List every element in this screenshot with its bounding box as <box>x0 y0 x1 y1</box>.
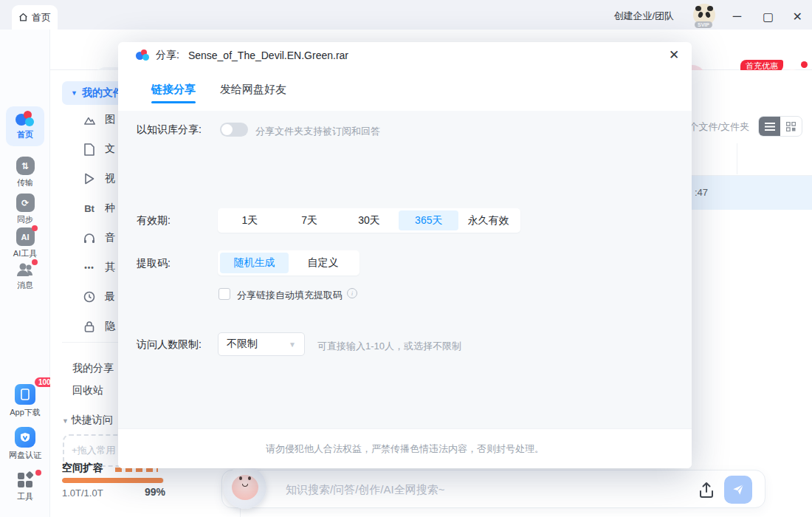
mascot-eye-right <box>248 476 251 480</box>
more-menu-red-dot <box>801 61 808 68</box>
tree-item-documents[interactable]: 文 <box>83 143 115 156</box>
chevron-down-icon: ▼ <box>289 340 296 349</box>
dialog-body: 以知识库分享: 分享文件夹支持被订阅和回答 有效期: 1天 7天 30天 365… <box>118 111 692 428</box>
ai-tools-red-dot <box>32 225 38 231</box>
list-view-icon <box>765 123 775 131</box>
validity-option-365days[interactable]: 365天 <box>399 210 458 230</box>
app-download-icon: 100G <box>15 384 35 405</box>
knowledge-share-toggle[interactable] <box>220 123 248 137</box>
netdisk-logo-icon <box>16 111 35 127</box>
tree-item-torrents[interactable]: Bt 种 <box>83 202 115 215</box>
knowledge-share-row: 以知识库分享: 分享文件夹支持被订阅和回答 <box>118 111 692 148</box>
panda-ear-left <box>695 6 701 11</box>
quick-access-section[interactable]: ▼ 快捷访问 <box>62 414 113 427</box>
panda-ear-right <box>707 6 713 11</box>
maximize-button[interactable]: ▢ <box>763 10 774 24</box>
autofill-row: 分享链接自动填充提取码 i <box>118 288 692 303</box>
column-divider <box>737 143 737 174</box>
upload-icon[interactable] <box>698 481 715 499</box>
sidebar-item-sync[interactable]: ⟳ 同步 <box>0 194 50 225</box>
panda-eye-right <box>705 11 711 18</box>
send-button[interactable] <box>724 476 752 504</box>
tab-home-label: 首页 <box>32 11 51 24</box>
tree-item-hidden-space[interactable]: 隐 <box>83 320 115 333</box>
tab-link-share[interactable]: 链接分享 <box>151 83 196 97</box>
messages-icon <box>16 261 35 278</box>
tree-item-other[interactable]: ••• 其 <box>83 261 115 274</box>
code-label: 提取码: <box>137 257 171 270</box>
dialog-close-icon[interactable]: ✕ <box>667 49 681 62</box>
caret-down-icon: ▼ <box>71 89 78 97</box>
code-option-custom[interactable]: 自定义 <box>289 253 357 273</box>
close-window-button[interactable]: ✕ <box>793 10 802 24</box>
my-files-label: 我的文件 <box>82 86 123 100</box>
tab-send-to-friend[interactable]: 发给网盘好友 <box>220 83 286 97</box>
list-view-button[interactable] <box>759 117 780 136</box>
tree-label: 最 <box>105 290 115 304</box>
picture-icon <box>83 113 96 126</box>
sidebar-label-tools: 工具 <box>0 491 50 502</box>
validity-option-permanent[interactable]: 永久有效 <box>458 210 518 230</box>
my-share-link[interactable]: 我的分享 <box>72 362 114 375</box>
file-time-fragment: :47 <box>695 187 708 198</box>
autofill-checkbox[interactable] <box>219 288 230 300</box>
sidebar-item-transfer[interactable]: ⇅ 传输 <box>0 157 50 188</box>
svip-badge: SVIP <box>695 21 712 28</box>
ai-search-placeholder[interactable]: 知识搜索/问答/创作/AI全网搜索~ <box>286 483 444 497</box>
messages-red-dot <box>32 259 38 265</box>
document-icon <box>83 143 96 156</box>
share-dialog-logo-icon <box>136 49 149 61</box>
create-team-link[interactable]: 创建企业/团队 <box>613 10 674 23</box>
code-row: 提取码: 随机生成 自定义 <box>118 248 692 278</box>
tree-label: 隐 <box>105 320 115 333</box>
space-expand-label[interactable]: 空间扩容 <box>62 462 103 475</box>
minimize-button[interactable]: ─ <box>733 10 741 23</box>
tree-item-videos[interactable]: 视 <box>83 172 115 185</box>
view-toggle[interactable] <box>758 116 802 137</box>
sync-icon: ⟳ <box>16 194 35 212</box>
tab-home[interactable]: 首页 <box>12 5 58 30</box>
limit-dropdown[interactable]: 不限制 ▼ <box>218 332 305 356</box>
recycle-bin-link[interactable]: 回收站 <box>72 384 103 397</box>
tree-label: 图 <box>105 113 115 126</box>
ai-search-bar[interactable]: 知识搜索/问答/创作/AI全网搜索~ <box>221 470 765 508</box>
share-dialog: 分享: Sense_of_The_Devil.EN.Green.rar ✕ 链接… <box>118 42 692 468</box>
tree-item-audio[interactable]: 音 <box>83 231 115 244</box>
code-option-random[interactable]: 随机生成 <box>220 253 289 273</box>
autofill-label: 分享链接自动填充提取码 <box>237 289 343 302</box>
knowledge-share-hint: 分享文件夹支持被订阅和回答 <box>255 125 380 138</box>
sidebar-item-tools[interactable]: 工具 <box>0 471 50 502</box>
validity-option-7days[interactable]: 7天 <box>280 210 340 230</box>
active-tab-underline <box>151 101 196 103</box>
drop-hint-label: +拖入常用 <box>72 444 116 457</box>
storage-percent: 99% <box>137 486 165 498</box>
avatar[interactable]: SVIP <box>693 4 715 26</box>
sidebar-item-home[interactable]: 首页 <box>0 111 50 140</box>
validity-options: 1天 7天 30天 365天 永久有效 <box>218 208 520 233</box>
file-count-text: 个文件/文件夹 <box>689 120 749 134</box>
tools-icon <box>16 471 34 489</box>
video-play-icon <box>83 172 96 185</box>
validity-option-1day[interactable]: 1天 <box>220 210 280 230</box>
titlebar: 首页 创建企业/团队 SVIP ─ ▢ ✕ <box>0 0 812 30</box>
mascot-eye-left <box>239 476 242 480</box>
sidebar-item-app-download[interactable]: 100G App下载 <box>0 384 50 418</box>
sidebar-label-app-download: App下载 <box>0 407 50 418</box>
sidebar-item-ai-tools[interactable]: AI AI工具 <box>0 227 50 259</box>
sidebar-label-ai-tools: AI工具 <box>0 248 50 259</box>
sidebar-label-home: 首页 <box>0 129 50 140</box>
limit-value: 不限制 <box>227 338 258 351</box>
dialog-title: 分享: Sense_of_The_Devil.EN.Green.rar <box>136 49 348 62</box>
info-icon[interactable]: i <box>347 288 357 298</box>
tree-item-recent[interactable]: 最 <box>83 290 115 304</box>
sidebar-item-certification[interactable]: 网盘认证 <box>0 427 50 461</box>
grid-view-button[interactable] <box>780 117 802 136</box>
validity-option-30days[interactable]: 30天 <box>340 210 399 230</box>
code-options: 随机生成 自定义 <box>218 250 359 275</box>
mascot-face <box>232 475 258 500</box>
sidebar-label-messages: 消息 <box>0 280 50 291</box>
ai-tools-icon: AI <box>16 227 35 246</box>
tree-item-pictures[interactable]: 图 <box>83 113 115 126</box>
dialog-title-prefix: 分享: <box>156 49 179 62</box>
sidebar-item-messages[interactable]: 消息 <box>0 261 50 291</box>
